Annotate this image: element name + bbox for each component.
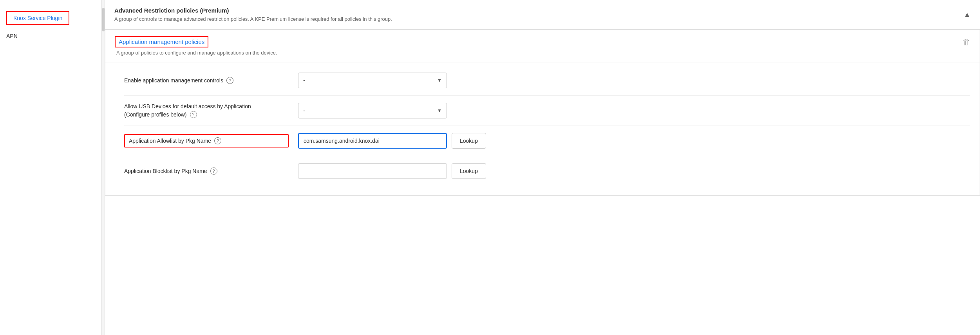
- app-management-title-wrap: Application management policies A group …: [115, 36, 956, 56]
- advanced-restriction-header-left: Advanced Restriction policies (Premium) …: [114, 7, 392, 22]
- policy-label-allow-usb: Allow USB Devices for default access by …: [124, 103, 289, 118]
- blocklist-lookup-button[interactable]: Lookup: [452, 163, 486, 179]
- policy-control-enable: - ▼: [298, 73, 970, 88]
- dropdown-value-enable: -: [303, 77, 305, 84]
- help-icon-enable[interactable]: ?: [226, 77, 233, 84]
- policy-control-allowlist: Lookup: [298, 133, 970, 149]
- policy-label-text-allowlist: Application Allowlist by Pkg Name: [129, 138, 211, 144]
- sidebar-item-apn[interactable]: APN: [0, 30, 101, 42]
- chevron-down-icon-usb: ▼: [437, 108, 442, 113]
- main-content: Advanced Restriction policies (Premium) …: [105, 0, 980, 335]
- policy-label-app-blocklist: Application Blocklist by Pkg Name ?: [124, 168, 289, 175]
- scrollbar-area: [102, 0, 105, 335]
- advanced-restriction-chevron[interactable]: ▲: [964, 11, 971, 19]
- dropdown-value-usb: -: [303, 107, 305, 114]
- policy-label-app-allowlist: Application Allowlist by Pkg Name ?: [124, 134, 289, 147]
- app-blocklist-input[interactable]: [298, 163, 447, 179]
- sidebar: Knox Service Plugin APN: [0, 0, 102, 335]
- app-management-header: Application management policies A group …: [105, 30, 980, 62]
- dropdown-enable-app-mgmt[interactable]: - ▼: [298, 73, 447, 88]
- policy-control-blocklist: Lookup: [298, 163, 970, 179]
- policy-row-enable-app-mgmt: Enable application management controls ?…: [124, 66, 970, 96]
- scrollbar-thumb[interactable]: [102, 8, 105, 31]
- sidebar-knox-label: Knox Service Plugin: [13, 15, 62, 21]
- sidebar-apn-label: APN: [6, 33, 18, 39]
- advanced-restriction-description: A group of controls to manage advanced r…: [114, 16, 392, 22]
- sidebar-item-knox[interactable]: Knox Service Plugin: [6, 11, 69, 25]
- policy-label-text-enable: Enable application management controls: [124, 77, 223, 84]
- policy-row-allow-usb: Allow USB Devices for default access by …: [124, 96, 970, 126]
- policy-control-usb: - ▼: [298, 103, 970, 118]
- app-management-description: A group of policies to configure and man…: [115, 50, 956, 56]
- policy-label-usb-line2: (Configure profiles below): [124, 111, 187, 118]
- policy-rows: Enable application management controls ?…: [105, 62, 980, 195]
- allowlist-lookup-button[interactable]: Lookup: [452, 133, 486, 149]
- chevron-down-icon-enable: ▼: [437, 78, 442, 83]
- app-management-section: Application management policies A group …: [105, 29, 980, 196]
- app-management-title-link[interactable]: Application management policies: [119, 38, 204, 45]
- help-icon-usb[interactable]: ?: [190, 111, 197, 118]
- trash-icon[interactable]: 🗑: [962, 38, 970, 47]
- help-icon-blocklist[interactable]: ?: [210, 168, 217, 175]
- policy-label-enable-app-mgmt: Enable application management controls ?: [124, 77, 289, 84]
- advanced-restriction-title: Advanced Restriction policies (Premium): [114, 7, 392, 14]
- help-icon-allowlist[interactable]: ?: [214, 137, 221, 144]
- policy-row-app-allowlist: Application Allowlist by Pkg Name ? Look…: [124, 126, 970, 156]
- policy-row-app-blocklist: Application Blocklist by Pkg Name ? Look…: [124, 156, 970, 186]
- policy-label-text-blocklist: Application Blocklist by Pkg Name: [124, 168, 207, 174]
- app-management-title-box: Application management policies: [115, 36, 208, 47]
- app-allowlist-input[interactable]: [298, 133, 447, 149]
- dropdown-allow-usb[interactable]: - ▼: [298, 103, 447, 118]
- policy-label-usb-help-row: (Configure profiles below) ?: [124, 111, 289, 118]
- policy-label-usb-line1: Allow USB Devices for default access by …: [124, 103, 289, 109]
- advanced-restriction-section: Advanced Restriction policies (Premium) …: [105, 0, 980, 29]
